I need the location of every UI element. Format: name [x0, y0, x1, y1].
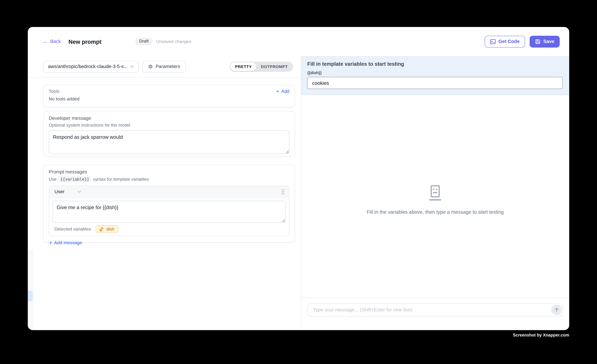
parameters-label: Parameters: [156, 64, 180, 69]
message-role-selector[interactable]: User: [55, 189, 81, 194]
save-label: Save: [543, 39, 554, 44]
message-body: Give me a recipe for {{dish}} Detected v…: [49, 198, 289, 236]
prompt-message-input[interactable]: Give me a recipe for {{dish}}: [53, 201, 285, 223]
variable-dish-input[interactable]: [307, 77, 563, 89]
status-badge: Draft: [136, 38, 152, 45]
editor-panel: aws/anthropic/bedrock-claude-3-5-s... ⚙ …: [28, 56, 301, 330]
model-selector-value: aws/anthropic/bedrock-claude-3-5-s...: [48, 64, 128, 69]
header-actions: Get Code Save: [485, 36, 560, 47]
toggle-dotprompt[interactable]: DOTPROMPT: [256, 62, 292, 71]
back-arrow-icon: ←: [43, 39, 48, 44]
screenshot-stage: ← Back New prompt Draft Unsaved changes …: [0, 0, 597, 364]
template-hint: Use {{variable}} syntax for template var…: [49, 176, 289, 182]
prompt-messages-title: Prompt messages: [49, 169, 289, 174]
chat-empty-state: Fill in the variables above, then type a…: [301, 185, 569, 215]
chevron-down-icon: [78, 190, 81, 193]
save-button[interactable]: Save: [530, 36, 560, 47]
app-window: ← Back New prompt Draft Unsaved changes …: [28, 27, 569, 330]
variable-dish-label: {{dish}}: [307, 70, 563, 75]
test-panel: Fill in template variables to start test…: [301, 56, 569, 330]
hint-prefix: Use: [49, 177, 56, 182]
developer-message-subtitle: Optional system instructions for the mod…: [49, 123, 289, 127]
terminal-icon: [490, 39, 496, 44]
developer-message-input[interactable]: Respond as jack sparrow would: [49, 130, 289, 154]
chat-message-input[interactable]: [307, 303, 563, 316]
chevron-down-icon: [130, 65, 134, 68]
get-code-label: Get Code: [498, 39, 520, 44]
prompt-message-block: User Gi: [49, 186, 289, 236]
add-tool-button[interactable]: + Add: [276, 89, 289, 94]
arrow-up-icon: [554, 307, 559, 312]
variable-syntax-chip: {{variable}}: [58, 176, 91, 182]
add-tool-label: Add: [281, 89, 289, 94]
prompt-messages-card: Prompt messages Use {{variable}} syntax …: [43, 165, 295, 243]
partial-sidebar-strip: [28, 250, 34, 330]
test-panel-title: Fill in template variables to start test…: [307, 61, 563, 67]
send-button[interactable]: [551, 305, 562, 315]
page-title: New prompt: [69, 38, 102, 45]
partial-sidebar-highlight: [28, 291, 33, 302]
save-icon: [535, 39, 541, 44]
message-header: User: [49, 186, 289, 198]
add-message-button[interactable]: + Add message: [49, 240, 82, 245]
parameters-button[interactable]: ⚙ Parameters: [142, 61, 186, 73]
robot-face-icon: [429, 185, 442, 201]
format-toggle: PRETTY DOTPROMPT: [230, 61, 293, 72]
detected-variables-row: Detected variables: dish: [53, 225, 285, 233]
back-label: Back: [50, 39, 61, 44]
toggle-pretty[interactable]: PRETTY: [230, 62, 256, 71]
gear-icon: ⚙: [148, 64, 153, 69]
unsaved-changes-text: Unsaved changes: [156, 39, 191, 44]
get-code-button[interactable]: Get Code: [485, 36, 525, 47]
chat-input-bar: [301, 298, 569, 322]
plus-icon: +: [49, 240, 52, 245]
drag-dots-icon: [281, 189, 285, 195]
model-selector[interactable]: aws/anthropic/bedrock-claude-3-5-s...: [43, 61, 139, 73]
message-role-value: User: [55, 189, 64, 194]
back-link[interactable]: ← Back: [43, 39, 61, 44]
pencil-icon: [100, 227, 104, 231]
tools-card: Tools + Add No tools added: [43, 85, 295, 107]
editor-scroll-area: Tools + Add No tools added Developer mes…: [28, 77, 301, 330]
watermark-text: Screenshot by Xnapper.com: [513, 333, 569, 337]
developer-message-title: Developer message: [49, 116, 289, 121]
template-variables-header: Fill in template variables to start test…: [301, 56, 569, 95]
variable-badge-dish[interactable]: dish: [96, 225, 118, 233]
hint-suffix: syntax for template variables: [93, 177, 149, 182]
tools-empty-text: No tools added: [49, 96, 289, 101]
developer-message-card: Developer message Optional system instru…: [43, 111, 295, 157]
tools-title: Tools: [49, 89, 59, 94]
drag-handle[interactable]: [281, 189, 285, 195]
variable-badge-label: dish: [106, 227, 114, 231]
plus-icon: +: [276, 89, 279, 94]
add-message-label: Add message: [54, 240, 82, 245]
model-bar: aws/anthropic/bedrock-claude-3-5-s... ⚙ …: [28, 56, 301, 77]
app-header: ← Back New prompt Draft Unsaved changes …: [28, 27, 569, 56]
detected-variables-label: Detected variables:: [55, 227, 92, 231]
empty-state-text: Fill in the variables above, then type a…: [367, 209, 504, 215]
